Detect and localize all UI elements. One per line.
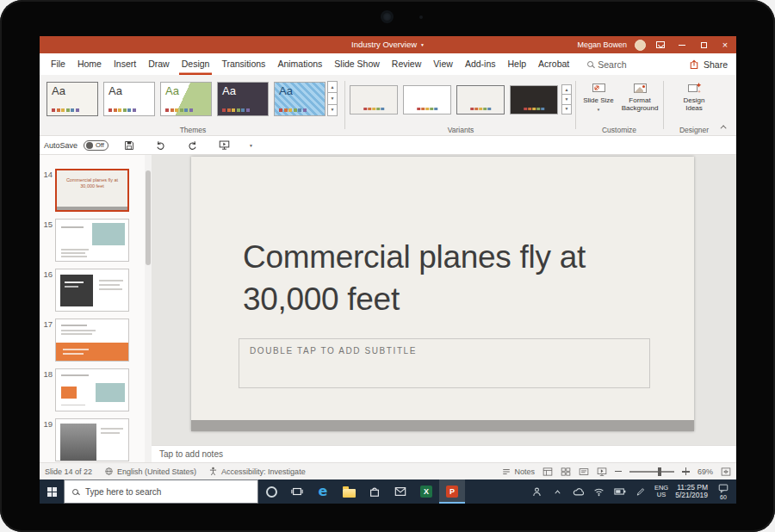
show-hidden-icons-button[interactable] — [551, 479, 565, 504]
theme-thumbnail-5[interactable]: Aa — [274, 82, 326, 116]
cortana-button[interactable] — [258, 479, 284, 504]
slide-size-button[interactable]: Slide Size ▼ — [579, 80, 618, 128]
zoom-out-button[interactable] — [615, 471, 622, 473]
slide-thumbnail-row-15[interactable]: 15 — [40, 219, 145, 262]
zoom-level[interactable]: 69% — [698, 467, 713, 476]
slide-title[interactable]: Commercial planes fly at 30,000 feet — [243, 236, 649, 320]
slide-thumbnail-row-18[interactable]: 18 — [40, 368, 145, 411]
scrollbar-thumb[interactable] — [146, 170, 151, 265]
redo-button[interactable] — [187, 139, 198, 151]
slide-thumbnail[interactable] — [55, 418, 129, 461]
language-tray[interactable]: ENG US — [654, 485, 668, 499]
powerpoint-button-active[interactable]: P — [439, 479, 465, 504]
slide-thumbnail[interactable] — [55, 269, 129, 312]
start-button[interactable] — [40, 479, 64, 504]
fit-to-window-button[interactable] — [721, 467, 731, 477]
ribbon-tab-design[interactable]: Design — [179, 53, 213, 75]
customize-qat-button[interactable]: ▼ — [249, 143, 253, 148]
ribbon-tab-add-ins[interactable]: Add-ins — [462, 53, 499, 75]
zoom-slider[interactable] — [629, 471, 674, 473]
save-button[interactable] — [124, 140, 134, 151]
slide-thumbnail[interactable] — [55, 368, 129, 411]
ribbon-tab-draw[interactable]: Draw — [146, 53, 172, 75]
themes-more-button[interactable]: ▼ — [327, 104, 338, 116]
minimize-button[interactable] — [675, 36, 689, 53]
action-center-button[interactable]: 60 — [715, 484, 732, 500]
slide-canvas[interactable]: Commercial planes fly at 30,000 feet DOU… — [191, 157, 694, 431]
battery-button[interactable] — [613, 479, 627, 504]
ribbon-tab-file[interactable]: File — [48, 53, 68, 75]
user-name[interactable]: Megan Bowen — [577, 40, 627, 49]
ribbon-tab-view[interactable]: View — [431, 53, 456, 75]
start-slideshow-button[interactable] — [219, 139, 230, 151]
slideshow-view-button[interactable] — [597, 467, 607, 477]
theme-thumbnail-current[interactable]: Aa — [46, 82, 98, 116]
pen-button[interactable] — [634, 479, 648, 504]
gallery-scroll-up-button[interactable]: ▲ — [327, 81, 338, 93]
share-button[interactable]: Share — [689, 53, 728, 75]
task-view-button[interactable] — [284, 479, 310, 504]
language-status[interactable]: English (United States) — [104, 467, 196, 476]
file-explorer-button[interactable] — [336, 479, 362, 504]
variant-thumbnail-2[interactable] — [403, 85, 451, 114]
slide-thumbnail-row-17[interactable]: 17 — [40, 319, 145, 362]
zoom-slider-thumb[interactable] — [658, 467, 661, 476]
format-background-button[interactable]: Format Background — [620, 80, 660, 128]
user-avatar[interactable] — [635, 40, 646, 51]
autosave-toggle[interactable]: Off — [84, 140, 108, 151]
variant-thumbnail-1[interactable] — [350, 85, 398, 114]
windows-logo-icon — [47, 487, 57, 497]
normal-view-button[interactable] — [542, 467, 553, 477]
ribbon-display-options-button[interactable] — [654, 36, 667, 53]
people-button[interactable] — [530, 479, 544, 504]
ribbon-search[interactable]: Search — [587, 53, 626, 75]
microsoft-store-button[interactable] — [362, 479, 388, 504]
gallery-scroll-down-button[interactable]: ▼ — [327, 92, 338, 104]
thumb-shape — [101, 428, 123, 430]
zoom-in-button[interactable] — [682, 467, 690, 475]
variant-thumbnail-4[interactable] — [510, 85, 558, 114]
taskbar-clock[interactable]: 11:25 PM 5/21/2019 — [675, 484, 708, 500]
close-button[interactable]: × — [718, 36, 732, 53]
ribbon-tab-transitions[interactable]: Transitions — [219, 53, 268, 75]
ribbon-tab-acrobat[interactable]: Acrobat — [536, 53, 572, 75]
ribbon-tab-review[interactable]: Review — [389, 53, 424, 75]
ribbon-tab-home[interactable]: Home — [75, 53, 104, 75]
ribbon-tab-slide-show[interactable]: Slide Show — [332, 53, 382, 75]
theme-thumbnail-4[interactable]: Aa — [217, 82, 269, 116]
slide-thumbnail[interactable]: Commercial planes fly at 30,000 feet — [55, 169, 129, 212]
slide-thumbnail[interactable] — [55, 219, 129, 262]
theme-thumbnail-3[interactable]: Aa — [160, 82, 212, 116]
theme-thumbnail-2[interactable]: Aa — [103, 82, 155, 116]
variant-palette — [417, 108, 437, 111]
slide-thumbnail-row-16[interactable]: 16 — [40, 269, 145, 312]
wifi-button[interactable] — [592, 479, 606, 504]
excel-button[interactable]: X — [413, 479, 439, 504]
notes-button[interactable]: Notes — [502, 467, 535, 476]
restore-button[interactable] — [697, 36, 710, 53]
ribbon-tab-help[interactable]: Help — [505, 53, 529, 75]
reading-view-button[interactable] — [579, 467, 589, 477]
accessibility-status[interactable]: Accessibility: Investigate — [208, 467, 306, 476]
collapse-ribbon-button[interactable] — [718, 121, 730, 132]
onedrive-button[interactable] — [572, 479, 586, 504]
edge-button[interactable]: e — [310, 479, 336, 504]
notes-pane[interactable]: Tap to add notes — [152, 445, 736, 462]
subtitle-placeholder[interactable]: DOUBLE TAP TO ADD SUBTITLE — [239, 338, 650, 388]
slide-thumbnail[interactable] — [55, 319, 129, 362]
group-divider — [344, 81, 345, 129]
mail-button[interactable] — [388, 479, 413, 504]
slide-thumbnail-row-14[interactable]: 14 Commercial planes fly at 30,000 feet — [40, 169, 145, 212]
autosave-state: Off — [96, 141, 104, 149]
variant-thumbnail-3-selected[interactable] — [456, 85, 505, 114]
thumbnail-scrollbar[interactable] — [145, 155, 152, 462]
slide-sorter-view-button[interactable] — [561, 467, 571, 477]
ribbon-tab-animations[interactable]: Animations — [275, 53, 325, 75]
design-ideas-button[interactable]: Design Ideas — [674, 80, 714, 128]
ribbon-tab-insert[interactable]: Insert — [111, 53, 139, 75]
thumb-shape — [61, 325, 87, 326]
variants-more-button[interactable]: ▼ — [561, 104, 572, 114]
slide-thumbnail-row-19[interactable]: 19 — [40, 418, 145, 461]
undo-button[interactable] — [155, 139, 166, 151]
taskbar-search[interactable]: Type here to search — [64, 479, 258, 504]
